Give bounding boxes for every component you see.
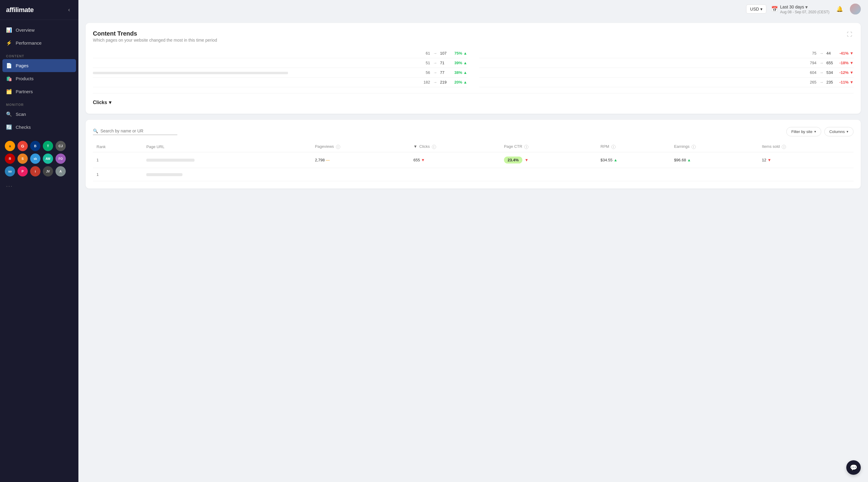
columns-label: Columns <box>829 129 845 134</box>
card-subtitle: Which pages on your website changed the … <box>93 38 217 42</box>
date-range-container: 📅 Last 30 days ▾ Aug 08 - Sep 07, 2020 (… <box>771 4 829 14</box>
currency-value: USD <box>750 7 759 11</box>
partner-icon-shareasale[interactable]: S <box>18 153 28 164</box>
metric-selector-button[interactable]: Clicks ▾ <box>93 98 111 107</box>
down-arrow-icon: ▼ <box>849 51 854 56</box>
col-clicks[interactable]: ▼ Clicks i <box>410 141 500 152</box>
partner-icon-sovrn[interactable]: so <box>5 166 15 176</box>
table-container: Rank Page URL Pageviews i ▼ Cl <box>93 141 854 181</box>
notification-bell-button[interactable]: 🔔 <box>834 4 845 14</box>
partners-icon: 🗂️ <box>6 89 12 94</box>
earnings-cell <box>671 168 758 181</box>
table-body: 1 2,798 — 655 ▼ <box>93 152 854 181</box>
rpm-info-icon[interactable]: i <box>611 145 616 149</box>
columns-button[interactable]: Columns ▾ <box>824 127 854 136</box>
page-url-cell <box>143 168 311 181</box>
sidebar-header: affilimate ‹ <box>0 0 79 20</box>
scan-icon: 🔍 <box>6 111 12 117</box>
partner-icon-google[interactable]: G <box>18 141 28 151</box>
expand-button[interactable]: ⛶ <box>846 30 854 39</box>
date-range-arrow-icon[interactable]: ▾ <box>805 4 808 10</box>
trend-row: 61 → 107 75% ▲ <box>93 49 467 58</box>
card-header: Content Trends Which pages on your websi… <box>93 30 854 42</box>
trend-arrow-icon: → <box>819 61 824 65</box>
trend-row: 182 → 219 20% ▲ <box>93 78 467 87</box>
rpm-cell <box>597 168 671 181</box>
sidebar-item-products[interactable]: 🛍️ Products <box>0 72 79 85</box>
clicks-info-icon[interactable]: i <box>432 145 436 149</box>
chat-button[interactable]: 💬 <box>846 460 861 475</box>
up-arrow-icon: ▲ <box>463 61 467 65</box>
trend-pct: 20% ▲ <box>452 80 467 85</box>
down-arrow-icon: ▼ <box>849 61 854 65</box>
trend-to: 235 <box>826 80 835 85</box>
sidebar-item-partners[interactable]: 🗂️ Partners <box>0 85 79 98</box>
partner-icon-tripadvisor[interactable]: T <box>43 141 53 151</box>
pages-icon: 📄 <box>6 63 12 68</box>
pageviews-info-icon[interactable]: i <box>336 145 340 149</box>
partner-icon-booking[interactable]: B <box>30 141 40 151</box>
partner-icon-partnerize[interactable]: P <box>18 166 28 176</box>
partner-icon-amazon[interactable]: a <box>5 141 15 151</box>
filter-by-site-button[interactable]: Filter by site ▾ <box>786 127 821 136</box>
pageviews-cell <box>311 168 410 181</box>
partner-icon-misc[interactable]: A <box>56 166 66 176</box>
trends-negative-column: 75 → 44 -41% ▼ 794 → 655 -18% ▼ <box>479 49 854 87</box>
search-input[interactable] <box>100 128 167 133</box>
logo: affilimate <box>6 6 34 14</box>
date-range-label: Last 30 days <box>780 4 804 9</box>
pages-table-card: 🔍 Filter by site ▾ Columns ▾ <box>86 120 861 188</box>
trend-to: 77 <box>440 70 449 75</box>
rpm-cell: $34.55 ▲ <box>597 152 671 168</box>
chat-icon: 💬 <box>850 464 858 471</box>
table-head: Rank Page URL Pageviews i ▼ Cl <box>93 141 854 152</box>
sidebar-item-pages-label: Pages <box>16 63 29 68</box>
calendar-icon: 📅 <box>771 6 778 12</box>
more-partners-button[interactable]: ··· <box>0 180 79 192</box>
sidebar: affilimate ‹ 📊 Overview ⚡ Performance CO… <box>0 0 79 482</box>
sidebar-item-scan-label: Scan <box>16 112 26 117</box>
metric-selector-row: Clicks ▾ <box>93 93 854 107</box>
trend-arrow-icon: → <box>433 70 437 75</box>
sidebar-nav: 📊 Overview ⚡ Performance CONTENT 📄 Pages… <box>0 20 79 137</box>
partner-icon-impact[interactable]: i <box>30 166 40 176</box>
clicks-cell: 655 ▼ <box>410 152 500 168</box>
up-arrow-icon: ▲ <box>463 51 467 56</box>
filter-chevron-icon: ▾ <box>814 130 816 133</box>
partner-icon-skimlinks[interactable]: sk <box>30 153 40 164</box>
earnings-info-icon[interactable]: i <box>691 145 696 149</box>
sidebar-item-checks[interactable]: 🔄 Checks <box>0 121 79 133</box>
sidebar-item-scan[interactable]: 🔍 Scan <box>0 108 79 121</box>
trend-arrow-icon: → <box>819 70 824 75</box>
trend-row: 265 → 235 -11% ▼ <box>479 78 854 87</box>
sidebar-item-pages[interactable]: 📄 Pages <box>2 59 76 72</box>
avatar-image <box>850 4 861 14</box>
trend-to: 219 <box>440 80 449 85</box>
user-avatar[interactable] <box>850 4 861 14</box>
items-sold-info-icon[interactable]: i <box>782 145 786 149</box>
partner-icon-jvzoo[interactable]: JV <box>43 166 53 176</box>
search-wrapper: 🔍 <box>93 128 177 135</box>
items-sold-change-icon: ▼ <box>767 158 771 162</box>
sidebar-item-overview[interactable]: 📊 Overview <box>0 24 79 36</box>
search-icon: 🔍 <box>93 128 98 133</box>
page-ctr-info-icon[interactable]: i <box>524 145 528 149</box>
col-items-sold: Items sold i <box>758 141 854 152</box>
partner-icon-awin[interactable]: AW <box>43 153 53 164</box>
sidebar-collapse-button[interactable]: ‹ <box>66 5 72 14</box>
filter-bar: 🔍 Filter by site ▾ Columns ▾ <box>93 127 854 136</box>
partner-icon-rakuten[interactable]: R <box>5 153 15 164</box>
sidebar-item-partners-label: Partners <box>16 89 33 94</box>
overview-icon: 📊 <box>6 27 12 33</box>
partner-icon-cj[interactable]: CJ <box>56 141 66 151</box>
partner-icon-flexoffers[interactable]: FO <box>56 153 66 164</box>
currency-selector[interactable]: USD ▾ <box>746 4 766 13</box>
filter-by-site-label: Filter by site <box>792 129 812 134</box>
rank-cell: 1 <box>93 168 143 181</box>
sidebar-item-performance[interactable]: ⚡ Performance <box>0 36 79 50</box>
up-arrow-icon: ▲ <box>463 80 467 85</box>
products-icon: 🛍️ <box>6 76 12 82</box>
metric-arrow-icon: ▾ <box>109 99 111 105</box>
main-area: USD ▾ 📅 Last 30 days ▾ Aug 08 - Sep 07, … <box>79 0 868 482</box>
trend-page-bar-small <box>93 72 288 74</box>
